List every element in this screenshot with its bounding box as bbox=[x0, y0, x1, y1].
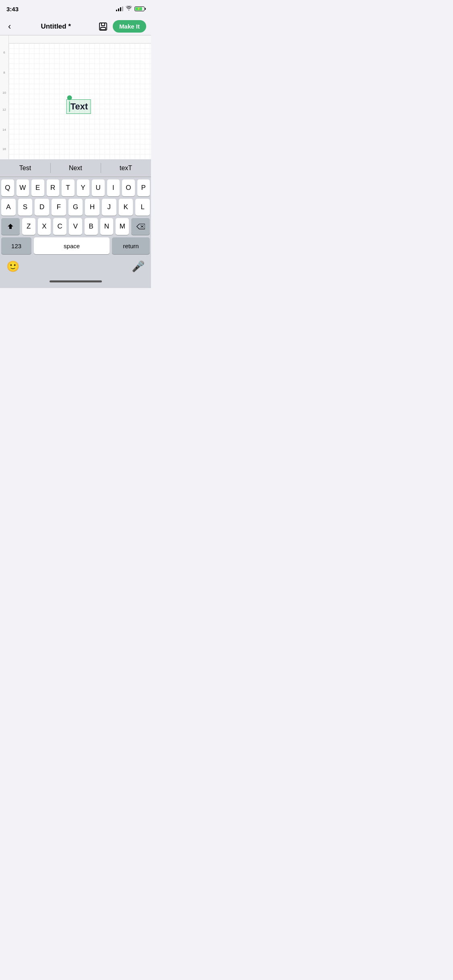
key-w[interactable]: W bbox=[17, 179, 29, 196]
autocomplete-suggestion-1[interactable]: Next bbox=[50, 159, 101, 177]
microphone-button[interactable]: 🎤 bbox=[132, 260, 145, 273]
delete-button[interactable] bbox=[131, 218, 150, 235]
key-s[interactable]: S bbox=[18, 199, 33, 216]
return-button[interactable]: return bbox=[112, 237, 150, 254]
status-bar: 3:43 ⚡ bbox=[0, 0, 151, 18]
text-element-container[interactable]: Text bbox=[66, 95, 91, 114]
key-j[interactable]: J bbox=[102, 199, 116, 216]
key-c[interactable]: C bbox=[53, 218, 66, 235]
key-o[interactable]: O bbox=[122, 179, 135, 196]
key-x[interactable]: X bbox=[38, 218, 51, 235]
keyboard: Q W E R T Y U I O P A S D F G H J K L Z … bbox=[0, 177, 151, 257]
key-g[interactable]: G bbox=[68, 199, 83, 216]
key-y[interactable]: Y bbox=[77, 179, 90, 196]
ruler-mark-16: 16 bbox=[0, 147, 8, 151]
key-z[interactable]: Z bbox=[22, 218, 35, 235]
key-r[interactable]: R bbox=[47, 179, 60, 196]
autocomplete-suggestion-2[interactable]: texT bbox=[101, 159, 151, 177]
keyboard-row-4: 123 space return bbox=[0, 235, 151, 257]
key-b[interactable]: B bbox=[85, 218, 98, 235]
svg-rect-2 bbox=[101, 27, 105, 30]
bottom-bar: 🙂 🎤 bbox=[0, 257, 151, 274]
key-p[interactable]: P bbox=[137, 179, 150, 196]
key-k[interactable]: K bbox=[119, 199, 133, 216]
nav-actions: Make It bbox=[97, 20, 146, 33]
text-element[interactable]: Text bbox=[66, 99, 91, 114]
autocomplete-bar: Test Next texT bbox=[0, 159, 151, 177]
key-l[interactable]: L bbox=[135, 199, 150, 216]
key-v[interactable]: V bbox=[69, 218, 82, 235]
ruler-left: 6 8 10 12 14 16 bbox=[0, 35, 9, 159]
key-n[interactable]: N bbox=[100, 218, 114, 235]
text-value: Text bbox=[70, 101, 88, 112]
keyboard-row-2: A S D F G H J K L bbox=[0, 196, 151, 216]
wifi-icon bbox=[126, 6, 132, 12]
ruler-mark-6: 6 bbox=[0, 51, 8, 54]
make-it-button[interactable]: Make It bbox=[113, 20, 146, 33]
ruler-mark-14: 14 bbox=[0, 128, 8, 132]
key-t[interactable]: T bbox=[62, 179, 74, 196]
status-icons: ⚡ bbox=[116, 6, 145, 12]
key-d[interactable]: D bbox=[35, 199, 49, 216]
ruler-mark-8: 8 bbox=[0, 71, 8, 74]
ruler-mark-10: 10 bbox=[0, 91, 8, 95]
key-e[interactable]: E bbox=[31, 179, 44, 196]
cursor-line bbox=[69, 101, 70, 112]
svg-rect-1 bbox=[101, 23, 105, 26]
shift-button[interactable] bbox=[1, 218, 20, 235]
canvas-area[interactable]: 6 8 10 12 14 16 Text bbox=[0, 35, 151, 159]
emoji-button[interactable]: 🙂 bbox=[6, 260, 19, 273]
numbers-button[interactable]: 123 bbox=[1, 237, 31, 254]
key-h[interactable]: H bbox=[85, 199, 99, 216]
ruler-mark-12: 12 bbox=[0, 108, 8, 111]
back-button[interactable]: ‹ bbox=[5, 20, 14, 33]
key-a[interactable]: A bbox=[1, 199, 16, 216]
battery-icon: ⚡ bbox=[134, 6, 145, 11]
save-button[interactable] bbox=[97, 21, 109, 32]
home-indicator bbox=[0, 274, 151, 288]
signal-icon bbox=[116, 6, 123, 11]
keyboard-row-1: Q W E R T Y U I O P bbox=[0, 177, 151, 196]
key-i[interactable]: I bbox=[107, 179, 120, 196]
autocomplete-suggestion-0[interactable]: Test bbox=[0, 159, 50, 177]
home-bar bbox=[50, 280, 102, 282]
nav-bar: ‹ Untitled * Make It bbox=[0, 18, 151, 35]
ruler-top bbox=[9, 35, 151, 43]
key-u[interactable]: U bbox=[92, 179, 105, 196]
key-m[interactable]: M bbox=[116, 218, 129, 235]
key-f[interactable]: F bbox=[52, 199, 66, 216]
document-title: Untitled * bbox=[41, 23, 71, 31]
key-q[interactable]: Q bbox=[1, 179, 14, 196]
status-time: 3:43 bbox=[6, 6, 19, 12]
space-button[interactable]: space bbox=[34, 237, 110, 254]
keyboard-row-3: Z X C V B N M bbox=[0, 216, 151, 235]
